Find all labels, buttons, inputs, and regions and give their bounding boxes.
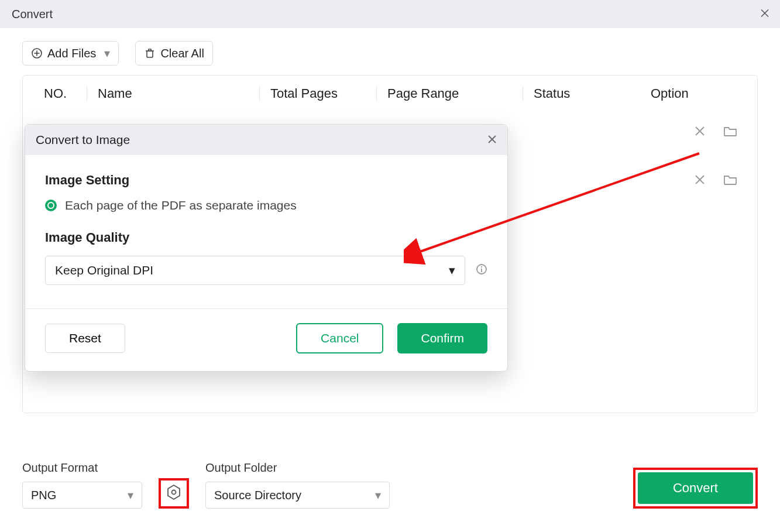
cancel-label: Cancel: [321, 331, 359, 345]
close-icon: [694, 125, 706, 137]
chevron-down-icon: ▾: [128, 488, 133, 502]
output-format-block: Output Format PNG ▾: [22, 461, 142, 509]
svg-marker-10: [168, 485, 180, 499]
image-quality-value: Keep Original DPI: [55, 263, 153, 277]
image-quality-row: Keep Original DPI ▾: [45, 256, 487, 285]
col-header-status: Status: [523, 86, 640, 101]
confirm-button[interactable]: Confirm: [397, 323, 487, 353]
convert-button[interactable]: Convert: [638, 472, 753, 504]
window-close-button[interactable]: [760, 8, 769, 21]
window-title: Convert: [12, 8, 53, 21]
info-icon: [476, 263, 487, 275]
add-files-label: Add Files: [47, 47, 96, 60]
output-format-select[interactable]: PNG ▾: [22, 482, 142, 509]
modal-body: Image Setting Each page of the PDF as se…: [25, 155, 507, 308]
close-icon: [487, 135, 497, 144]
row-open-folder-button[interactable]: [723, 174, 737, 188]
table-header: NO. Name Total Pages Page Range Status O…: [23, 75, 757, 112]
toolbar: Add Files ▾ Clear All: [0, 28, 780, 75]
image-setting-heading: Image Setting: [45, 173, 487, 188]
col-header-total-pages: Total Pages: [260, 86, 377, 101]
titlebar: Convert: [0, 0, 780, 28]
folder-icon: [723, 125, 737, 137]
convert-highlight: Convert: [633, 468, 758, 509]
output-folder-block: Output Folder Source Directory ▾: [205, 461, 390, 509]
format-settings-highlight: [159, 478, 189, 509]
trash-icon: [144, 47, 156, 59]
clear-all-button[interactable]: Clear All: [135, 41, 212, 66]
clear-all-label: Clear All: [160, 47, 204, 60]
col-header-option: Option: [640, 86, 745, 101]
bottom-bar: Output Format PNG ▾ Output Folder Source…: [22, 461, 758, 509]
svg-point-11: [172, 490, 176, 495]
separate-pages-radio[interactable]: Each page of the PDF as separate images: [45, 198, 487, 212]
modal-title: Convert to Image: [36, 133, 130, 147]
col-header-no: NO.: [35, 86, 87, 101]
modal-footer: Reset Cancel Confirm: [25, 308, 507, 371]
chevron-down-icon: ▾: [449, 263, 455, 277]
reset-label: Reset: [69, 331, 101, 345]
row-open-folder-button[interactable]: [723, 125, 737, 139]
reset-button[interactable]: Reset: [45, 324, 125, 353]
table-row-options: [694, 174, 737, 188]
modal-header: Convert to Image: [25, 125, 507, 155]
output-format-label: Output Format: [22, 461, 142, 475]
add-files-button[interactable]: Add Files ▾: [22, 41, 119, 66]
output-folder-value: Source Directory: [214, 489, 301, 502]
radio-label: Each page of the PDF as separate images: [65, 198, 297, 212]
chevron-down-icon: ▾: [104, 46, 110, 60]
plus-circle-icon: [31, 47, 43, 59]
output-folder-label: Output Folder: [205, 461, 390, 475]
cancel-button[interactable]: Cancel: [296, 323, 383, 353]
close-icon: [760, 9, 769, 18]
image-quality-select[interactable]: Keep Original DPI ▾: [45, 256, 465, 285]
convert-label: Convert: [673, 480, 718, 495]
folder-icon: [723, 174, 737, 186]
close-icon: [694, 174, 706, 186]
col-header-name: Name: [87, 86, 260, 101]
row-remove-button[interactable]: [694, 174, 706, 188]
radio-selected-icon: [45, 200, 57, 211]
chevron-down-icon: ▾: [375, 488, 381, 502]
gear-hex-icon: [166, 484, 182, 500]
table-row-options: [694, 125, 737, 139]
image-quality-heading: Image Quality: [45, 230, 487, 245]
output-folder-select[interactable]: Source Directory ▾: [205, 482, 390, 509]
format-settings-button[interactable]: [166, 484, 182, 503]
confirm-label: Confirm: [421, 331, 464, 345]
svg-rect-5: [147, 51, 153, 57]
output-format-value: PNG: [31, 489, 56, 502]
col-header-page-range: Page Range: [377, 86, 523, 101]
row-remove-button[interactable]: [694, 125, 706, 139]
image-quality-info-button[interactable]: [476, 263, 487, 277]
convert-to-image-modal: Convert to Image Image Setting Each page…: [25, 124, 508, 372]
modal-close-button[interactable]: [487, 133, 497, 147]
